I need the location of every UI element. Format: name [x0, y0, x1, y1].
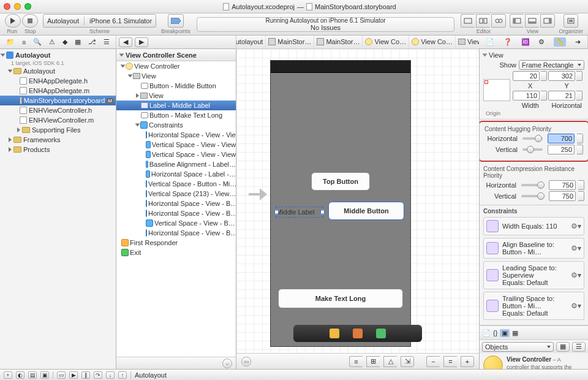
outline-item[interactable]: View — [116, 71, 236, 81]
file-inspector-icon[interactable]: 📄 — [486, 38, 494, 46]
search-navigator-icon[interactable]: 🔍 — [33, 38, 42, 46]
chp-horizontal-slider[interactable] — [522, 137, 543, 140]
library-list-view-button[interactable]: ☰ — [572, 342, 586, 352]
gear-icon[interactable]: ⚙▾ — [571, 302, 581, 310]
library-tab-code[interactable]: {} — [493, 329, 497, 336]
outline-item[interactable]: Button - Make Text Long — [116, 110, 236, 120]
scene-view[interactable]: Top Button Middle Label Middle Button Ma… — [270, 60, 411, 347]
zoom-actual-button[interactable]: = — [443, 356, 457, 367]
disclosure-icon[interactable] — [1, 54, 6, 57]
project-item[interactable]: Autolayout — [0, 50, 116, 60]
debug-step-out-button[interactable]: ↑ — [118, 371, 127, 379]
toggle-navigator-button[interactable] — [510, 14, 524, 28]
view-segmented[interactable] — [510, 14, 555, 28]
group-item[interactable]: Products — [0, 145, 116, 154]
identity-inspector-icon[interactable]: 🆔 — [521, 38, 530, 46]
ccrp-horizontal-field[interactable]: 750 — [549, 180, 576, 190]
inspector-tab-bar[interactable]: 📄 ❓ 🆔 ⚙ 📏 ➜ — [479, 36, 588, 49]
x-field[interactable]: 20 — [513, 71, 540, 81]
width-field[interactable]: 110 — [513, 91, 540, 101]
add-button[interactable]: + — [4, 371, 12, 379]
outline-item[interactable]: Button - Middle Button — [116, 81, 236, 91]
stop-button[interactable] — [22, 14, 38, 28]
version-editor-button[interactable] — [491, 14, 506, 28]
chp-horizontal-field[interactable]: 700 — [548, 134, 575, 143]
disclosure-icon[interactable] — [121, 65, 126, 68]
y-field[interactable]: 302 — [548, 71, 575, 81]
symbol-navigator-icon[interactable]: ≡ — [22, 39, 26, 46]
outline-constraint-item[interactable]: Vertical Space - View - View — [116, 140, 236, 150]
minimize-window-button[interactable] — [14, 3, 21, 10]
organizer-button[interactable] — [564, 14, 578, 28]
storyboard-canvas[interactable]: Top Button Middle Label Middle Button Ma… — [236, 49, 479, 353]
outline-constraint-item[interactable]: Vertical Space (213) - View… — [116, 189, 236, 199]
resolve-issues-button[interactable]: △ — [383, 356, 397, 367]
zoom-window-button[interactable] — [24, 3, 31, 10]
group-item[interactable]: Supporting Files — [0, 125, 116, 135]
issue-navigator-icon[interactable]: ⚠ — [49, 38, 55, 46]
standard-editor-button[interactable] — [461, 14, 475, 28]
ccrp-v-stepper[interactable] — [578, 191, 584, 201]
constraint-card[interactable]: Trailing Space to: Button - Mi…Equals: D… — [483, 292, 584, 320]
chp-h-stepper[interactable] — [577, 134, 583, 143]
outline-constraint-item[interactable]: Horizontal Space - View - View — [116, 130, 236, 140]
debug-pause-button[interactable]: ‖ — [81, 371, 90, 379]
gear-icon[interactable]: ⚙▾ — [571, 271, 581, 279]
library-tab-file[interactable]: 📄 — [482, 329, 491, 337]
outline-constraint-item[interactable]: Horizontal Space - Label -… — [116, 169, 236, 179]
file-item-selected[interactable]: MainStoryboard.storyboardM — [0, 96, 116, 105]
constraint-card[interactable]: Leading Space to: SuperviewEquals: Defau… — [483, 261, 584, 289]
disclosure-icon[interactable] — [17, 127, 20, 132]
align-menu-button[interactable]: ≡ — [349, 356, 363, 367]
debug-step-in-button[interactable]: ↓ — [106, 371, 115, 379]
ccrp-h-stepper[interactable] — [578, 180, 584, 190]
constraint-card[interactable]: Align Baseline to: Button - Mi…⚙▾ — [483, 238, 584, 259]
test-navigator-icon[interactable]: ◆ — [62, 38, 67, 46]
dock-first-responder-icon[interactable] — [353, 329, 363, 338]
group-item[interactable]: Frameworks — [0, 135, 116, 145]
outline-item[interactable]: View — [116, 91, 236, 101]
library-item[interactable]: View Controller – A controller that supp… — [480, 353, 588, 369]
debug-continue-button[interactable]: ▶ — [69, 371, 78, 379]
outline-constraint-item[interactable]: Vertical Space - Button - Mi… — [116, 179, 236, 189]
group-item[interactable]: Autolayout — [0, 66, 116, 76]
ccrp-vertical-slider[interactable] — [521, 195, 544, 197]
make-text-long-button[interactable]: Make Text Long — [278, 289, 403, 308]
scheme-selector[interactable]: Autolayout iPhone 6.1 Simulator — [43, 14, 156, 28]
gear-icon[interactable]: ⚙▾ — [571, 244, 581, 253]
resizing-menu-button[interactable]: ⇲ — [401, 356, 414, 367]
disclosure-icon[interactable] — [128, 75, 133, 78]
outline-constraint-item[interactable]: Horizontal Space - View - B… — [116, 199, 236, 208]
run-button[interactable] — [5, 14, 21, 28]
file-item[interactable]: ENHViewController.h — [0, 105, 116, 115]
disclosure-icon[interactable] — [136, 93, 139, 98]
top-button[interactable]: Top Button — [311, 172, 370, 191]
outline-item[interactable]: Constraints — [116, 120, 236, 130]
disclosure-icon[interactable] — [9, 137, 12, 142]
outline-constraint-item[interactable]: Horizontal Space - View - B… — [116, 228, 236, 238]
zoom-in-button[interactable]: + — [461, 356, 474, 367]
outline-filter-button[interactable]: ⌕ — [222, 359, 232, 368]
project-navigator-icon[interactable]: 📁 — [6, 38, 15, 46]
middle-label-selected[interactable]: Middle Label — [276, 207, 323, 218]
assistant-editor-button[interactable] — [476, 14, 490, 28]
outline-constraint-item[interactable]: Horizontal Space - View - B… — [116, 208, 236, 218]
outline-constraint-item[interactable]: Vertical Space - View - View — [116, 150, 236, 159]
quick-help-icon[interactable]: ❓ — [503, 38, 512, 46]
navigator-tabs[interactable]: 📁 ≡ 🔍 ⚠ ◆ ▦ ⎇ ☰ — [0, 36, 116, 49]
disclosure-icon[interactable] — [9, 147, 12, 152]
breakpoints-button[interactable] — [168, 14, 184, 28]
file-item[interactable]: ENHAppDelegate.m — [0, 86, 116, 96]
library-tab-object[interactable]: ▣ — [500, 329, 510, 337]
outline-item-selected[interactable]: Label - Middle Label — [116, 101, 236, 110]
connections-inspector-icon[interactable]: ➜ — [575, 38, 581, 46]
outline-constraint-item[interactable]: Vertical Space - View - B… — [116, 218, 236, 228]
outline-item[interactable]: Exit — [116, 248, 236, 257]
file-item[interactable]: ENHAppDelegate.h — [0, 76, 116, 86]
toggle-utilities-button[interactable] — [540, 14, 555, 28]
height-stepper[interactable] — [576, 91, 582, 101]
show-popup[interactable]: Frame Rectangle — [519, 60, 584, 70]
toggle-outline-button[interactable]: ▭ — [241, 357, 251, 367]
dock-exit-icon[interactable] — [376, 329, 386, 338]
outline-item[interactable]: First Responder — [116, 238, 236, 248]
